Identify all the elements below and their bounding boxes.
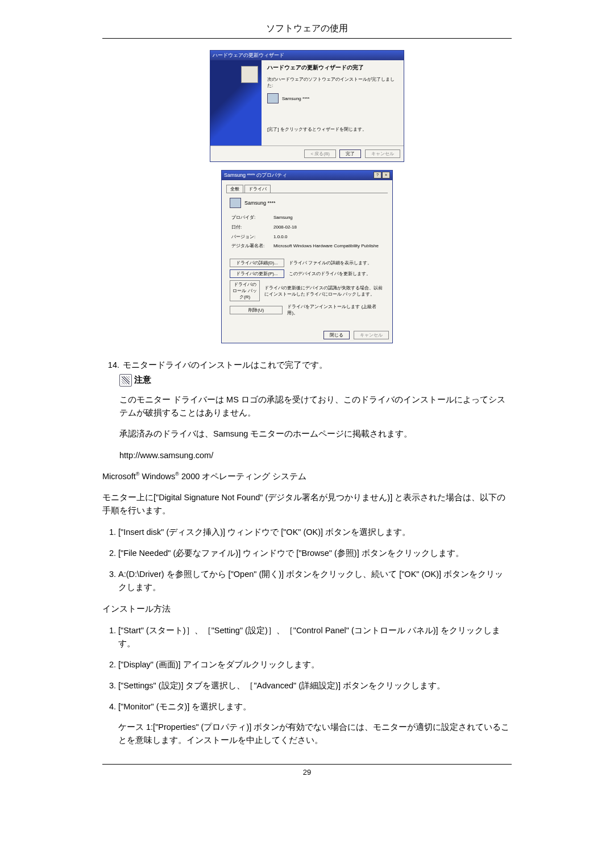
dsnf-step-1: ["Insert disk" (ディスク挿入)] ウィンドウで ["OK" (O… <box>118 526 512 539</box>
help-icon[interactable]: ? <box>374 172 381 178</box>
dsnf-intro: モニター上に["Digital Signature Not Found" (デジ… <box>102 491 512 517</box>
finish-button[interactable]: 完了 <box>339 149 361 158</box>
wizard-side-art <box>210 60 262 146</box>
os-heading: Microsoft® Windows® 2000 オペレーティング システム <box>102 470 512 483</box>
note-icon <box>119 374 132 387</box>
samsung-url: http://www.samsung.com/ <box>119 449 512 462</box>
install-disc-icon <box>241 66 258 83</box>
install-case-1: ケース 1:["Properties" (プロパティ)] ボタンが有効でない場合… <box>118 721 512 747</box>
page-number: 29 <box>102 768 512 776</box>
monitor-icon <box>267 93 279 103</box>
install-step-1: ["Start" (スタート)］、［"Setting" (設定)］、［"Cont… <box>118 624 512 650</box>
section-title: ソフトウェアの使用 <box>102 23 512 35</box>
dsnf-step-3: A:(D:\Driver) を参照してから ["Open" (開く)] ボタンを… <box>118 568 512 594</box>
driver-update-button[interactable]: ドライバの更新(P)... <box>230 269 284 278</box>
tab-general[interactable]: 全般 <box>226 185 243 193</box>
embedded-screenshots: ハードウェアの更新ウィザード ハードウェアの更新ウィザードの完了 次のハードウェ… <box>102 50 512 343</box>
driver-details-desc: ドライバ ファイルの詳細を表示します。 <box>289 260 372 266</box>
dsnf-step-2: ["File Needed" (必要なファイル)] ウィンドウで ["Brows… <box>118 547 512 560</box>
driver-rollback-button[interactable]: ドライバのロール バック(R) <box>230 280 260 301</box>
dsnf-steps: ["Insert disk" (ディスク挿入)] ウィンドウで ["OK" (O… <box>102 526 512 595</box>
wizard-subtext: 次のハードウェアのソフトウェアのインストールが完了しました: <box>267 76 398 89</box>
wizard-device-name: Samsung **** <box>282 96 309 101</box>
note-paragraph-2: 承認済みのドライバは、Samsung モニターのホームページに掲載されます。 <box>119 427 512 441</box>
cancel-button: キャンセル <box>365 149 400 158</box>
props-titlebar: Samsung **** のプロパティ <box>224 172 287 179</box>
driver-rollback-desc: ドライバの更新後にデバイスの認識が失敗する場合、以前にインストールしたドライバに… <box>264 285 384 297</box>
wizard-titlebar: ハードウェアの更新ウィザード <box>210 51 404 60</box>
tab-driver[interactable]: ドライバ <box>244 185 271 193</box>
wizard-heading: ハードウェアの更新ウィザードの完了 <box>267 64 398 72</box>
install-step-4: ["Monitor" (モニタ)] を選択します。 ケース 1:["Proper… <box>118 700 512 747</box>
driver-details-button[interactable]: ドライバの詳細(D)... <box>230 259 284 267</box>
close-button[interactable]: 閉じる <box>323 331 350 339</box>
driver-update-desc: このデバイスのドライバを更新します。 <box>289 271 371 277</box>
header-rule <box>102 38 512 39</box>
note-label: 注意 <box>134 375 151 385</box>
wizard-dialog: ハードウェアの更新ウィザード ハードウェアの更新ウィザードの完了 次のハードウェ… <box>210 50 404 162</box>
props-device-name: Samsung **** <box>244 200 276 206</box>
driver-uninstall-desc: ドライバをアンインストールします (上級者用)。 <box>287 304 384 316</box>
footer-rule <box>102 764 512 765</box>
step-number: 14. <box>102 359 123 372</box>
note-paragraph-1: このモニター ドライバーは MS ロゴの承認を受けており、このドライバのインスト… <box>119 393 512 420</box>
window-controls: ?× <box>373 172 390 179</box>
install-step-3: ["Settings" (設定)] タブを選択し、［"Advanced" (詳細… <box>118 679 512 692</box>
step-14-text: モニタードライバのインストールはこれで完了です。 <box>123 359 512 372</box>
install-heading: インストール方法 <box>102 603 512 616</box>
monitor-icon <box>230 198 241 208</box>
install-step-2: ["Display" (画面)] アイコンをダブルクリックします。 <box>118 658 512 671</box>
driver-info-table: プロバイダ:Samsung 日付:2008-02-18 バージョン:1.0.0.… <box>230 213 380 252</box>
close-icon[interactable]: × <box>382 172 390 178</box>
back-button: < 戻る(B) <box>304 149 336 158</box>
driver-uninstall-button[interactable]: 削除(U) <box>230 306 283 314</box>
cancel-button: キャンセル <box>354 331 389 339</box>
install-steps: ["Start" (スタート)］、［"Setting" (設定)］、［"Cont… <box>102 624 512 747</box>
properties-dialog: Samsung **** のプロパティ ?× 全般 ドライバ Samsung *… <box>221 170 393 343</box>
wizard-close-hint: [完了] をクリックするとウィザードを閉じます。 <box>267 126 398 132</box>
